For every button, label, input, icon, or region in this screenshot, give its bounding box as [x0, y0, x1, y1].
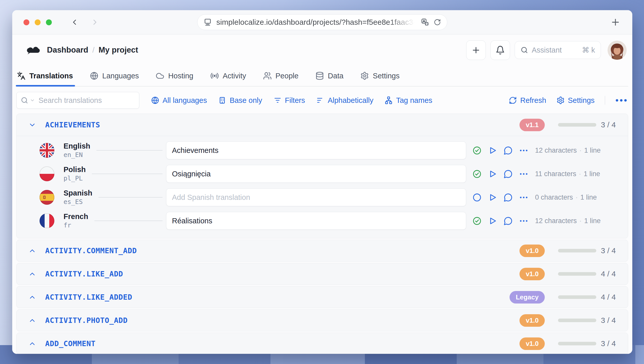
- play-icon[interactable]: [488, 193, 497, 202]
- key-card-add-comment: ADD_COMMENTv1.03 / 4: [16, 333, 628, 354]
- breadcrumb-project[interactable]: My project: [98, 45, 138, 55]
- key-name[interactable]: ACTIVITY.LIKE_ADD: [45, 270, 123, 278]
- more-dots-icon[interactable]: [519, 169, 528, 179]
- key-name[interactable]: ACTIVITY.LIKE_ADDED: [45, 293, 132, 301]
- tab-people[interactable]: People: [263, 66, 299, 86]
- translate-badge-icon[interactable]: [421, 18, 429, 26]
- progress-bar: [558, 295, 596, 299]
- key-row-activity-like-add[interactable]: ACTIVITY.LIKE_ADDv1.04 / 4: [17, 263, 628, 285]
- notifications-button[interactable]: [490, 40, 510, 60]
- breadcrumb-section[interactable]: Dashboard: [47, 45, 88, 55]
- translation-input-es_ES[interactable]: [166, 188, 466, 206]
- meta-lines: 1 line: [580, 193, 597, 201]
- more-dots-icon[interactable]: [519, 146, 528, 155]
- language-column: Frenchfr: [64, 213, 166, 229]
- window-controls: [23, 19, 52, 25]
- forward-icon[interactable]: [91, 18, 99, 27]
- add-button[interactable]: [466, 40, 486, 60]
- chevron-up-icon[interactable]: [28, 317, 36, 324]
- filter-tag-names[interactable]: Tag names: [385, 96, 432, 105]
- comment-icon[interactable]: [503, 216, 513, 226]
- meta-lines: 1 line: [584, 217, 601, 225]
- tab-settings[interactable]: Settings: [360, 66, 400, 86]
- translation-row-french: Frenchfr12 characters·1 line: [17, 209, 618, 233]
- more-dots-icon[interactable]: [519, 193, 528, 202]
- address-bar[interactable]: simplelocalize.io/dashboard/projects/?ha…: [197, 14, 447, 30]
- filter-base-only[interactable]: Base only: [218, 96, 262, 105]
- key-name[interactable]: ACTIVITY.COMMENT_ADD: [45, 246, 137, 255]
- play-icon[interactable]: [488, 169, 497, 179]
- chevron-down-icon[interactable]: [30, 98, 35, 103]
- browser-window: simplelocalize.io/dashboard/projects/?ha…: [12, 10, 632, 354]
- gear-icon: [360, 71, 369, 80]
- close-window-button[interactable]: [23, 19, 29, 25]
- key-row-activity-comment-add[interactable]: ACTIVITY.COMMENT_ADDv1.03 / 4: [17, 240, 628, 261]
- key-card-activity-photo-add: ACTIVITY.PHOTO_ADDv1.03 / 4: [16, 309, 628, 331]
- tab-label: Data: [328, 72, 343, 80]
- reader-mode-icon[interactable]: [204, 18, 212, 26]
- key-status: Legacy4 / 4: [510, 291, 618, 304]
- assistant-placeholder: Assistant: [532, 46, 562, 54]
- key-name[interactable]: ACHIEVEMENTS: [45, 120, 100, 129]
- version-badge: Legacy: [510, 291, 545, 304]
- more-dots-icon[interactable]: [519, 216, 528, 226]
- status-check-icon[interactable]: [472, 216, 482, 226]
- search-translations-input[interactable]: [39, 96, 135, 105]
- language-column: Spanishes_ES: [64, 189, 166, 205]
- translation-input-en_EN[interactable]: [166, 141, 466, 159]
- tab-label: Hosting: [168, 72, 193, 80]
- comment-icon[interactable]: [503, 169, 513, 179]
- key-status: v1.04 / 4: [519, 268, 618, 280]
- reload-icon[interactable]: [434, 19, 441, 26]
- zoom-window-button[interactable]: [46, 19, 52, 25]
- back-icon[interactable]: [70, 18, 79, 27]
- status-empty-circle-icon[interactable]: [472, 193, 482, 202]
- refresh-button[interactable]: Refresh: [509, 96, 546, 105]
- assistant-search[interactable]: Assistant ⌘ k: [515, 41, 601, 59]
- chevron-up-icon[interactable]: [28, 340, 36, 348]
- tab-data[interactable]: Data: [315, 66, 343, 86]
- gear-icon: [556, 96, 565, 104]
- chevron-down-icon[interactable]: [28, 121, 36, 129]
- translate-icon: [17, 71, 26, 80]
- more-options-button[interactable]: •••: [615, 95, 628, 105]
- tab-hosting[interactable]: Hosting: [156, 66, 193, 86]
- play-icon[interactable]: [488, 216, 497, 226]
- play-icon[interactable]: [488, 146, 497, 155]
- comment-icon[interactable]: [503, 146, 513, 155]
- key-row-activity-like-added[interactable]: ACTIVITY.LIKE_ADDEDLegacy4 / 4: [17, 286, 628, 308]
- key-row-activity-photo-add[interactable]: ACTIVITY.PHOTO_ADDv1.03 / 4: [17, 310, 628, 331]
- search-icon: [521, 46, 528, 54]
- meta-characters: 12 characters: [535, 147, 577, 154]
- language-names: Spanishes_ES: [64, 189, 92, 205]
- key-name[interactable]: ACTIVITY.PHOTO_ADD: [45, 316, 128, 325]
- tab-languages[interactable]: Languages: [90, 66, 139, 86]
- key-name[interactable]: ADD_COMMENT: [45, 339, 96, 348]
- cloud-logo-icon[interactable]: [24, 44, 41, 56]
- chevron-up-icon[interactable]: [28, 293, 36, 301]
- avatar[interactable]: [608, 41, 627, 60]
- chevron-up-icon[interactable]: [28, 270, 36, 278]
- row-meta: 0 characters·1 line: [535, 193, 597, 201]
- key-row-add-comment[interactable]: ADD_COMMENTv1.03 / 4: [17, 333, 628, 354]
- comment-icon[interactable]: [503, 193, 513, 202]
- status-check-icon[interactable]: [472, 169, 482, 179]
- meta-dot: ·: [579, 217, 582, 225]
- key-row-achievements[interactable]: ACHIEVEMENTSv1.13 / 4: [17, 114, 628, 136]
- status-check-icon[interactable]: [472, 146, 482, 155]
- language-name: English: [64, 142, 90, 150]
- language-names: Polishpl_PL: [64, 166, 86, 182]
- chevron-up-icon[interactable]: [28, 247, 36, 255]
- tab-activity[interactable]: Activity: [210, 66, 246, 86]
- new-tab-icon[interactable]: [610, 17, 621, 27]
- settings-button[interactable]: Settings: [556, 96, 595, 105]
- filter-filters[interactable]: Filters: [274, 96, 305, 105]
- minimize-window-button[interactable]: [35, 19, 41, 25]
- translation-input-fr[interactable]: [166, 212, 466, 230]
- url-text[interactable]: simplelocalize.io/dashboard/projects/?ha…: [216, 18, 416, 27]
- hierarchy-icon: [385, 96, 393, 104]
- tab-translations[interactable]: Translations: [17, 66, 73, 86]
- filter-all-languages[interactable]: All languages: [151, 96, 207, 105]
- filter-alphabetically[interactable]: Alphabetically: [316, 96, 373, 105]
- translation-input-pl_PL[interactable]: [166, 165, 466, 183]
